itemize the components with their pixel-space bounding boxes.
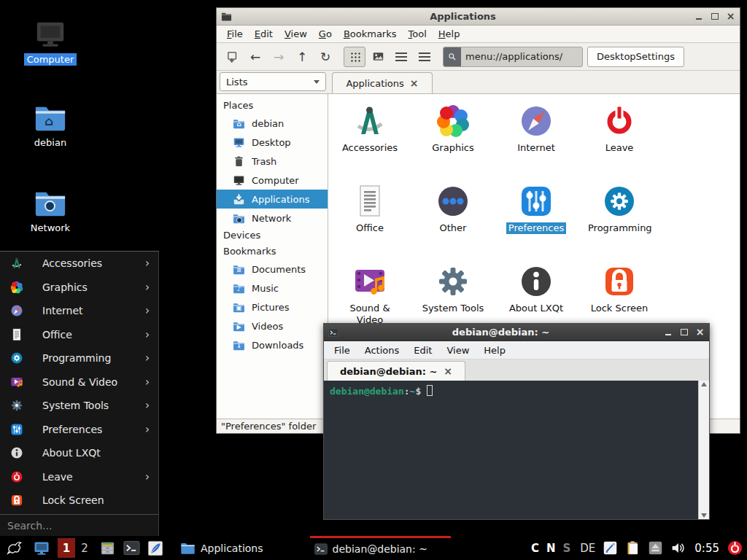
terminal-titlebar[interactable]: debian@debian: ~ [324,324,709,341]
show-desktop-button[interactable] [31,540,52,557]
quicklaunch-file-manager[interactable] [98,540,116,557]
submenu-arrow-icon [145,328,150,341]
app-category-leave[interactable]: Leave [578,100,661,180]
menu-edit[interactable]: Edit [249,26,279,42]
path-bar[interactable]: menu://applications/ [443,47,583,67]
new-tab-button[interactable] [221,47,243,67]
menu-bookmarks[interactable]: Bookmarks [338,26,403,42]
menu-view[interactable]: View [279,26,313,42]
volume-icon[interactable] [670,540,686,556]
quicklaunch-terminal[interactable] [123,540,140,557]
app-category-office[interactable]: Office [328,180,411,260]
menu-view[interactable]: View [439,343,476,358]
app-category-accessories[interactable]: Accessories [328,100,411,180]
menu-search[interactable] [0,514,158,536]
detailed-view-button[interactable] [414,47,436,67]
start-menu-button[interactable] [4,539,26,558]
menu-search-input[interactable] [7,520,139,532]
menu-item-internet[interactable]: Internet [0,299,158,323]
icon-view-button[interactable] [344,47,365,67]
menu-item-accessories[interactable]: Accessories [0,252,158,276]
menu-edit[interactable]: Edit [406,343,439,358]
sidebar-item-desktop[interactable]: Desktop [217,133,328,152]
menu-go[interactable]: Go [313,26,338,42]
clipboard-icon[interactable] [625,540,640,556]
sidebar-item-applications[interactable]: Applications [217,190,328,209]
desktop-icon-label: debian [31,136,69,149]
app-category-preferences[interactable]: Preferences [495,180,578,260]
terminal-tab[interactable]: debian@debian: ~ [327,361,465,381]
sidebar-item-documents[interactable]: ≡ Documents [217,260,328,279]
quicklaunch-featherpad[interactable] [147,540,164,557]
workspace-2-button[interactable]: 2 [77,542,92,555]
desktop-icon-home[interactable]: ⌂ debian [14,101,87,149]
thumbnail-view-button[interactable] [367,47,389,67]
scroll-down-icon[interactable] [701,513,707,518]
app-category-other[interactable]: Other [411,180,495,260]
fm-window-title: Applications [232,11,694,22]
minimize-button[interactable] [663,327,673,337]
terminal-scrollbar[interactable] [698,381,709,519]
maximize-button[interactable] [679,327,689,337]
task-button-applications[interactable]: Applications [176,536,268,560]
eject-removable-media-icon[interactable] [648,540,663,556]
sidebar-item-network[interactable]: Network [217,209,328,228]
menu-item-lock-screen[interactable]: Lock Screen [0,489,158,513]
menu-item-leave[interactable]: Leave [0,465,158,489]
window-folder-icon [221,11,232,22]
scroll-up-icon[interactable] [701,382,707,386]
close-button[interactable] [695,327,705,337]
menu-item-system-tools[interactable]: System Tools [0,394,158,418]
workspace-1-button[interactable]: 1 [58,538,75,558]
power-button-icon[interactable] [727,540,743,556]
clock[interactable]: 0:55 [694,542,719,555]
app-category-programming[interactable]: Programming [578,180,661,260]
category-label: Lock Screen [591,303,648,314]
menu-item-graphics[interactable]: Graphics [0,276,158,300]
sidebar-item-computer[interactable]: Computer [217,171,328,190]
minimize-button[interactable] [694,12,703,21]
menu-actions[interactable]: Actions [357,343,407,358]
up-button[interactable]: ↑ [291,47,313,67]
reload-button[interactable]: ↻ [314,47,336,67]
desktop: Computer ⌂ debian Network Applications F… [0,0,747,560]
menu-item-office[interactable]: Office [0,323,158,347]
sidebar-item-videos[interactable]: ▶ Videos [217,316,328,335]
tab-close-icon[interactable] [444,365,452,377]
menu-file[interactable]: File [327,343,357,358]
tab-close-icon[interactable] [410,77,419,89]
sidebar-item-label: Desktop [252,137,291,148]
sidebar-item-trash[interactable]: Trash [217,152,328,171]
menu-tool[interactable]: Tool [403,26,433,42]
sidebar-item-downloads[interactable]: ↓ Downloads [217,335,328,354]
keyboard-layout-indicator[interactable]: DE [580,542,595,555]
desktop-icon-computer[interactable]: Computer [14,18,87,66]
screenshot-tool-icon[interactable] [603,540,618,556]
menu-file[interactable]: File [221,26,249,42]
tab-applications[interactable]: Applications [332,72,433,93]
menu-item-about-lxqt[interactable]: About LXQt [0,441,158,465]
lists-dropdown[interactable]: Lists [220,72,326,91]
category-label: Accessories [342,142,398,154]
sidebar-item-pictures[interactable]: ▣ Pictures [217,298,328,316]
sidebar-item-home[interactable]: ⌂ debian [217,114,328,133]
menu-item-programming[interactable]: Programming [0,346,158,370]
compact-view-button[interactable] [390,47,412,67]
app-category-graphics[interactable]: Graphics [411,100,495,180]
sidebar-item-music[interactable]: ♪ Music [217,279,328,298]
menu-help[interactable]: Help [433,26,466,42]
fm-titlebar[interactable]: Applications [217,8,740,26]
desktop-icon-network[interactable]: Network [14,186,87,234]
maximize-button[interactable] [710,12,719,21]
menu-help[interactable]: Help [476,343,513,358]
app-category-internet[interactable]: Internet [495,100,578,180]
terminal-screen[interactable]: debian@debian:~$ [324,381,709,519]
menu-item-label: Office [42,329,72,341]
menu-item-preferences[interactable]: Preferences [0,418,158,442]
close-button[interactable] [726,12,735,21]
back-button[interactable]: ← [244,47,266,67]
desktop-settings-button[interactable]: DesktopSettings [587,47,684,67]
menu-item-sound-video[interactable]: Sound & Video [0,370,158,394]
task-button-terminal-active[interactable]: debian@debian: ~ [310,536,451,560]
forward-button[interactable]: → [268,47,290,67]
